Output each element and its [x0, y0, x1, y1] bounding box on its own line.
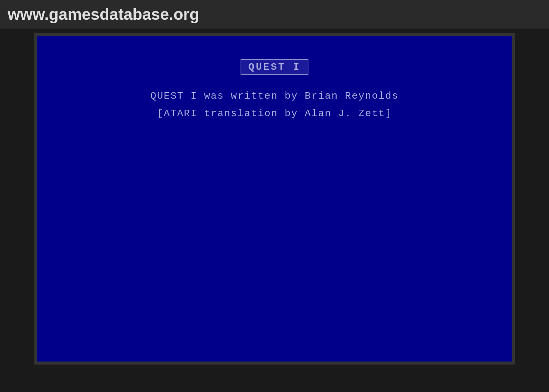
- credit-line-1: QUEST I was written by Brian Reynolds: [150, 90, 398, 102]
- site-url: www.gamesdatabase.org: [8, 5, 199, 24]
- top-bar: www.gamesdatabase.org: [0, 0, 549, 29]
- credit-line-2: [ATARI translation by Alan J. Zett]: [157, 108, 392, 119]
- title-box: QUEST I: [241, 59, 308, 75]
- game-title: QUEST I: [248, 61, 300, 73]
- game-screen: QUEST I QUEST I was written by Brian Rey…: [34, 33, 515, 365]
